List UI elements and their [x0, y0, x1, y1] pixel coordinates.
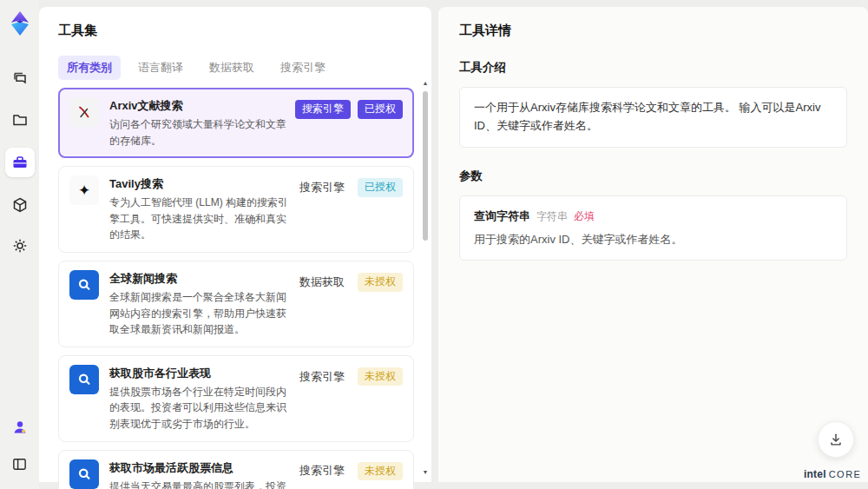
intel-wordmark: intel — [804, 468, 826, 480]
param-required-badge: 必填 — [574, 209, 595, 224]
tool-name: Tavily搜索 — [109, 176, 294, 192]
status-badge: 未授权 — [358, 462, 403, 481]
intel-core-logo: intelcore — [804, 468, 858, 480]
category-label: 搜索引擎 — [299, 369, 345, 385]
list-scrollbar: ▲ ▼ — [421, 79, 430, 484]
tool-desc: 访问各个研究领域大量科学论文和文章的存储库。 — [109, 116, 290, 149]
scroll-down-arrow[interactable]: ▼ — [421, 468, 430, 477]
status-badge: 未授权 — [358, 273, 403, 292]
tab-data-fetch[interactable]: 数据获取 — [201, 56, 263, 80]
category-label: 搜索引擎 — [299, 463, 345, 479]
tool-card-tavily[interactable]: ✦ Tavily搜索 专为人工智能代理 (LLM) 构建的搜索引擎工具。可快速提… — [58, 166, 414, 253]
param-name: 查询字符串 — [474, 208, 530, 224]
tool-name: Arxiv文献搜索 — [109, 98, 290, 114]
panel-toggle-icon[interactable] — [7, 451, 33, 477]
search-app-icon — [69, 365, 99, 394]
core-wordmark: core — [829, 469, 862, 479]
arxiv-logo-icon — [69, 97, 99, 127]
tool-desc: 专为人工智能代理 (LLM) 构建的搜索引擎工具。可快速提供实时、准确和真实的结… — [109, 195, 294, 243]
page-title: 工具集 — [58, 23, 412, 39]
tool-card-arxiv[interactable]: Arxiv文献搜索 访问各个研究领域大量科学论文和文章的存储库。 搜索引擎 已授… — [58, 88, 414, 158]
download-icon — [828, 432, 844, 447]
tool-card-stock-sectors[interactable]: 获取股市各行业表现 提供股票市场各个行业在特定时间段内的表现。投资者可以利用这些… — [58, 355, 414, 442]
category-badge: 搜索引擎 — [295, 100, 351, 119]
intro-heading: 工具介绍 — [459, 60, 847, 76]
status-badge: 已授权 — [358, 100, 403, 119]
status-badge: 未授权 — [358, 367, 403, 387]
tool-list: Arxiv文献搜索 访问各个研究领域大量科学论文和文章的存储库。 搜索引擎 已授… — [58, 88, 414, 489]
search-app-icon — [69, 270, 99, 300]
tool-name: 获取市场最活跃股票信息 — [109, 460, 294, 476]
icon-rail — [0, 0, 39, 489]
chat-icon[interactable] — [7, 66, 33, 92]
rail-bottom — [7, 414, 33, 477]
settings-gear-icon[interactable] — [7, 233, 33, 259]
tool-card-global-news[interactable]: 全球新闻搜索 全球新闻搜索是一个聚合全球各大新闻网站内容的搜索引擎，帮助用户快速… — [58, 261, 414, 347]
status-badge: 已授权 — [358, 178, 403, 197]
params-heading: 参数 — [459, 169, 847, 184]
tab-language-translation[interactable]: 语言翻译 — [129, 56, 192, 80]
rail-nav — [5, 66, 35, 259]
param-type: 字符串 — [536, 209, 568, 224]
category-tabs: 所有类别 语言翻译 数据获取 搜索引擎 — [58, 56, 412, 80]
category-label: 数据获取 — [299, 274, 345, 290]
search-app-icon — [69, 459, 99, 489]
tab-all-categories[interactable]: 所有类别 — [58, 56, 121, 80]
app-window: 工具集 所有类别 语言翻译 数据获取 搜索引擎 Arxiv文献搜索 访问各个研究… — [0, 0, 868, 489]
tool-name: 全球新闻搜索 — [109, 271, 294, 287]
intro-text-box: 一个用于从Arxiv存储库搜索科学论文和文章的工具。 输入可以是Arxiv ID… — [459, 87, 847, 148]
param-card: 查询字符串 字符串 必填 用于搜索的Arxiv ID、关键字或作者姓名。 — [459, 195, 847, 261]
scrollbar-thumb[interactable] — [423, 91, 428, 241]
category-label: 搜索引擎 — [299, 180, 345, 195]
tool-card-active-stocks[interactable]: 获取市场最活跃股票信息 提供当天交易量最高的股票列表，投资者可以利用这些信息来识… — [58, 450, 414, 489]
app-logo-icon — [7, 10, 33, 36]
param-desc: 用于搜索的Arxiv ID、关键字或作者姓名。 — [474, 232, 832, 248]
cube-icon[interactable] — [7, 192, 33, 218]
tools-panel: 工具集 所有类别 语言翻译 数据获取 搜索引擎 Arxiv文献搜索 访问各个研究… — [39, 7, 431, 482]
download-button[interactable] — [818, 421, 854, 458]
tool-desc: 提供股票市场各个行业在特定时间段内的表现。投资者可以利用这些信息来识别表现优于或… — [109, 384, 294, 433]
folder-icon[interactable] — [7, 107, 33, 133]
tool-detail-panel: 工具详情 工具介绍 一个用于从Arxiv存储库搜索科学论文和文章的工具。 输入可… — [438, 7, 868, 482]
scroll-up-arrow[interactable]: ▲ — [421, 79, 430, 88]
toolbox-icon-active[interactable] — [5, 148, 35, 177]
tool-name: 获取股市各行业表现 — [109, 366, 294, 381]
sparkle-icon: ✦ — [69, 175, 99, 205]
tab-search-engine[interactable]: 搜索引擎 — [272, 56, 334, 80]
detail-title: 工具详情 — [459, 23, 847, 39]
user-avatar-icon[interactable] — [7, 414, 33, 440]
tool-desc: 全球新闻搜索是一个聚合全球各大新闻网站内容的搜索引擎，帮助用户快速获取全球最新资… — [109, 289, 294, 338]
tool-desc: 提供当天交易量最高的股票列表，投资者可以利用这些信息来识别流动性强的股票和潜在的… — [109, 479, 294, 489]
